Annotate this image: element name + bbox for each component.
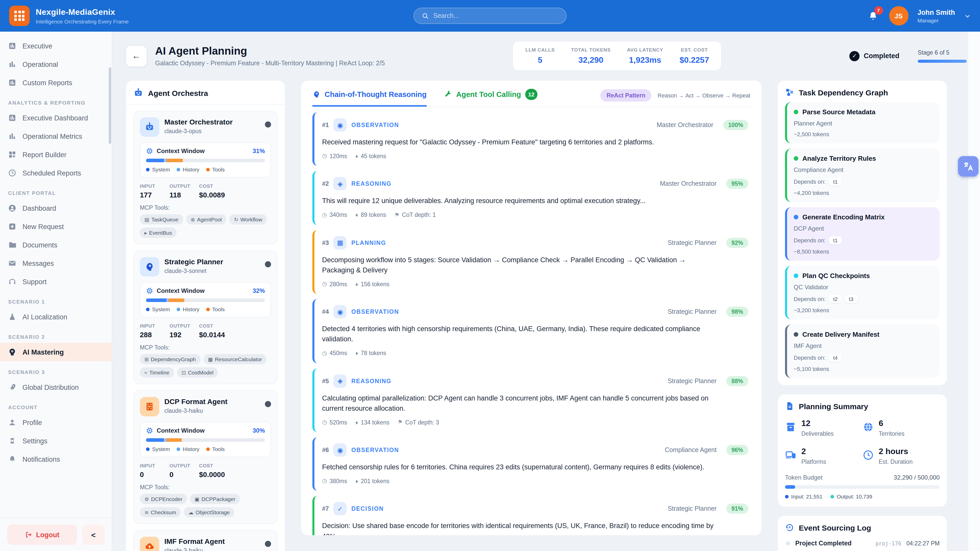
stat-value: 1,923ms: [627, 56, 663, 65]
sidebar-item-global-distribution[interactable]: Global Distribution: [0, 378, 112, 396]
search-input[interactable]: [433, 12, 558, 19]
archive-icon: [785, 421, 796, 433]
step-tokens: ♦89 tokens: [355, 211, 386, 218]
agent-name: Master Orchestrator: [164, 118, 233, 126]
step-latency: ◷120ms: [322, 153, 347, 159]
step-number: #5: [322, 377, 329, 384]
metric-territories: 6 Territories: [862, 419, 940, 437]
agent-status-dot: [265, 261, 271, 267]
sidebar-item-executive[interactable]: Executive: [0, 37, 112, 55]
task-status-dot: [794, 110, 798, 114]
context-progress: [146, 438, 265, 442]
back-button[interactable]: ←: [126, 45, 147, 67]
sidebar-item-profile[interactable]: Profile: [0, 413, 112, 432]
sidebar-collapse-button[interactable]: <: [82, 524, 105, 545]
mcp-tool-chip: ▦ResourceCalculator: [204, 354, 266, 364]
sidebar-item-notifications[interactable]: Notifications: [0, 450, 112, 468]
depends-on-label: Depends on:: [794, 179, 826, 185]
plus-square-icon: [8, 222, 16, 230]
dependency-chip: t2: [829, 295, 842, 303]
agent-card-dcp-format: DCP Format Agent claude-3-haiku Context …: [133, 390, 278, 524]
mcp-tools-label: MCP Tools:: [140, 484, 271, 490]
sidebar-item-label: AI Localization: [22, 313, 67, 321]
translate-overlay-button[interactable]: [958, 156, 978, 176]
builder-icon: [8, 151, 16, 159]
search-icon: [422, 13, 429, 19]
step-agent: Strategic Planner: [668, 308, 717, 315]
person-icon: [8, 418, 16, 427]
dependency-chip: t3: [845, 295, 858, 303]
task-card: Parse Source Metadata Planner Agent ~2,5…: [785, 102, 940, 143]
sidebar-scrollbar[interactable]: [109, 67, 111, 144]
brand-block: Nexgile-MediaGenix Intelligence Orchestr…: [36, 7, 129, 24]
app-title: Nexgile-MediaGenix: [36, 7, 129, 17]
tab-agent-tool-calling[interactable]: Agent Tool Calling 12: [444, 89, 538, 106]
sidebar-item-settings[interactable]: Settings: [0, 432, 112, 450]
user-name: John Smith: [918, 8, 955, 16]
tool-icon: ⊞: [145, 356, 149, 362]
clock-icon: ◷: [322, 211, 327, 218]
step-tokens: ♦134 tokens: [355, 419, 390, 426]
agent-status-dot: [265, 121, 271, 127]
chevron-down-icon[interactable]: [964, 13, 971, 19]
agent-name: DCP Format Agent: [164, 397, 228, 406]
translate-icon: [962, 160, 974, 172]
step-type-icon: ▦: [334, 236, 347, 249]
avatar[interactable]: JS: [889, 6, 908, 25]
clock-icon: ◷: [322, 153, 327, 159]
app-logo-icon[interactable]: [9, 6, 30, 26]
report-icon: [8, 79, 16, 87]
stat-label: EST. COST: [679, 47, 709, 52]
stage-progress-track: [918, 59, 967, 62]
sidebar-item-executive-dashboard[interactable]: Executive Dashboard: [0, 109, 112, 127]
sidebar-item-ai-mastering[interactable]: AI Mastering: [0, 343, 112, 361]
page-subtitle: Galactic Odyssey - Premium Feature - Mul…: [155, 60, 385, 67]
bar-chart-icon: [8, 42, 16, 50]
sidebar-item-operational[interactable]: Operational: [0, 55, 112, 73]
agent-orchestra-panel: Agent Orchestra Master Orchestrator clau…: [126, 80, 285, 551]
event-row: Project Completed proj-176 04:22:27 PM: [785, 540, 940, 547]
agent-model: claude-3-haiku: [164, 408, 228, 414]
step-number: #7: [322, 505, 329, 513]
metric-value: 2 hours: [879, 447, 913, 456]
clock-icon: [862, 449, 873, 461]
logout-icon: [25, 531, 32, 538]
notifications-button[interactable]: 7: [866, 9, 880, 22]
tool-icon: ⊡: [182, 370, 186, 375]
mail-icon: [8, 259, 16, 267]
stat-block: EST. COST $0.2257: [679, 47, 709, 65]
chip-icon: [146, 427, 153, 434]
sidebar-item-ai-localization[interactable]: AI Localization: [0, 308, 112, 326]
sidebar-item-label: Support: [22, 278, 47, 286]
graph-icon: [785, 88, 794, 97]
sidebar-item-custom-reports[interactable]: Custom Reports: [0, 73, 112, 92]
sidebar-item-new-request[interactable]: New Request: [0, 218, 112, 236]
step-text: Decomposing workflow into 5 stages: Sour…: [322, 255, 714, 275]
tab-bar: Chain-of-Thought Reasoning Agent Tool Ca…: [312, 89, 750, 107]
sidebar-item-operational-metrics[interactable]: Operational Metrics: [0, 127, 112, 145]
token-budget-value: 32,290 / 500,000: [894, 474, 940, 481]
sidebar-item-scheduled-reports[interactable]: Scheduled Reports: [0, 164, 112, 182]
stat-label: LLM CALLS: [525, 47, 555, 52]
step-cot-depth: ⚑CoT depth: 1: [394, 211, 436, 218]
logout-button[interactable]: Logout: [7, 524, 77, 545]
sidebar-item-support[interactable]: Support: [0, 272, 112, 291]
task-token-estimate: ~8,500 tokens: [794, 248, 934, 254]
sidebar-item-documents[interactable]: Documents: [0, 236, 112, 254]
step-tokens: ♦156 tokens: [355, 281, 390, 287]
sidebar-item-messages[interactable]: Messages: [0, 254, 112, 272]
global-search[interactable]: [414, 8, 566, 24]
agent-card-master-orchestrator: Master Orchestrator claude-3-opus Contex…: [133, 111, 278, 245]
sidebar-item-report-builder[interactable]: Report Builder: [0, 145, 112, 164]
step-latency: ◷450ms: [322, 350, 347, 356]
sidebar-section-scenario-3: SCENARIO 3: [0, 361, 112, 378]
sidebar-item-label: Executive: [22, 42, 52, 50]
tab-chain-of-thought[interactable]: Chain-of-Thought Reasoning: [312, 90, 427, 106]
page-scrollbar-gutter[interactable]: [968, 32, 980, 551]
user-menu[interactable]: John Smith Manager: [918, 8, 955, 23]
agent-cost: $0.0000: [199, 470, 225, 478]
sidebar-item-dashboard[interactable]: Dashboard: [0, 199, 112, 218]
sidebar-item-label: Executive Dashboard: [22, 114, 88, 122]
task-status-dot: [794, 156, 798, 161]
reasoning-step: #7 ✓ DECISION Strategic Planner 91% Deci…: [312, 496, 750, 536]
